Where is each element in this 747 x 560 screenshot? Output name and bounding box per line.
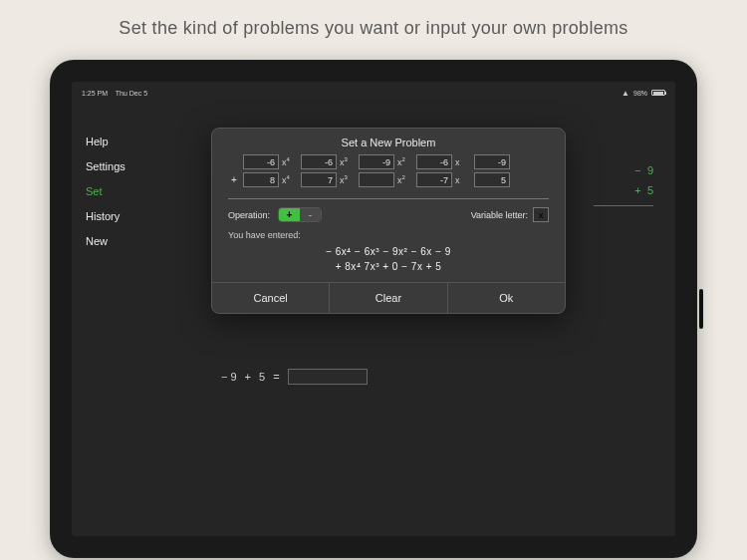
operation-toggle[interactable]: + - [278, 207, 322, 222]
nav-settings[interactable]: Settings [86, 160, 125, 172]
toggle-plus[interactable]: + [279, 208, 300, 221]
coeff-row-1: x4 x3 x2 x [228, 154, 549, 169]
marketing-caption: Set the kind of problems you want or inp… [0, 0, 747, 53]
nav-set[interactable]: Set [86, 185, 125, 197]
dialog-buttons: Cancel Clear Ok [212, 282, 565, 313]
bg-val1: 9 [647, 164, 653, 176]
coef-r1-const[interactable] [474, 154, 510, 169]
dialog-title: Set a New Problem [212, 129, 565, 154]
lbl-x3: x3 [340, 156, 352, 167]
bg-bottom-eq: = [273, 371, 279, 383]
status-right: ▲ 98% [622, 89, 665, 98]
coef-r1-x1[interactable] [416, 154, 452, 169]
coef-r2-const[interactable] [474, 172, 510, 187]
nav-history[interactable]: History [86, 210, 125, 222]
nav-new[interactable]: New [86, 235, 125, 247]
operation-label: Operation: [228, 210, 270, 220]
set-problem-dialog: Set a New Problem x4 x3 x2 x + x4 x3 x2 … [211, 128, 566, 314]
status-time-date: 1:25 PM Thu Dec 5 [82, 90, 147, 97]
nav-help[interactable]: Help [86, 136, 125, 147]
bg-rule [594, 205, 653, 206]
status-bar: 1:25 PM Thu Dec 5 ▲ 98% [72, 86, 675, 100]
cancel-button[interactable]: Cancel [212, 283, 329, 313]
battery-icon [651, 90, 665, 96]
background-problem-right: − 9 + 5 [594, 161, 653, 206]
row2-lead: + [228, 174, 240, 185]
operation-row: Operation: + - Variable letter: [212, 207, 565, 230]
screen: 1:25 PM Thu Dec 5 ▲ 98% Help Settings Se… [72, 82, 675, 536]
variable-letter-label: Variable letter: [471, 210, 528, 220]
ok-button[interactable]: Ok [447, 283, 565, 313]
lbl-x4: x4 [282, 156, 294, 167]
lbl2-x1: x [455, 175, 467, 185]
bg-val2: 5 [647, 184, 653, 196]
lbl2-x2: x2 [397, 174, 409, 185]
sidebar-nav: Help Settings Set History New [86, 136, 125, 247]
status-date: Thu Dec 5 [116, 90, 147, 97]
entered-poly-1: − 6x⁴ − 6x³ − 9x² − 6x − 9 [228, 244, 549, 259]
clear-button[interactable]: Clear [329, 283, 446, 313]
dialog-divider-1 [228, 198, 549, 199]
toggle-minus[interactable]: - [300, 208, 321, 221]
variable-letter-input[interactable] [533, 207, 549, 222]
coef-r2-x2[interactable] [359, 172, 394, 187]
entered-poly-2: + 8x⁴ 7x³ + 0 − 7x + 5 [228, 259, 549, 274]
wifi-icon: ▲ [622, 89, 629, 98]
tablet-frame: 1:25 PM Thu Dec 5 ▲ 98% Help Settings Se… [50, 60, 697, 558]
coef-r2-x1[interactable] [416, 172, 452, 187]
coef-r2-x3[interactable] [301, 172, 337, 187]
bg-sign2: + [634, 184, 640, 196]
bg-sign1: − [634, 164, 640, 176]
coefficient-grid: x4 x3 x2 x + x4 x3 x2 x [212, 154, 565, 196]
bg-bottom-left: − 9 [221, 371, 237, 383]
coeff-row-2: + x4 x3 x2 x [228, 172, 549, 187]
lbl-x2: x2 [397, 156, 409, 167]
battery-pct: 98% [633, 90, 647, 97]
background-equation-bottom: − 9 + 5 = [221, 369, 368, 385]
lbl2-x3: x3 [340, 174, 352, 185]
entered-label: You have entered: [228, 230, 549, 240]
entered-section: You have entered: − 6x⁴ − 6x³ − 9x² − 6x… [212, 230, 565, 282]
lbl-x1: x [455, 157, 467, 167]
status-time: 1:25 PM [82, 90, 108, 97]
answer-input[interactable] [288, 369, 368, 385]
coef-r1-x4[interactable] [243, 154, 279, 169]
lbl2-x4: x4 [282, 174, 294, 185]
bg-bottom-right: 5 [259, 371, 265, 383]
bg-bottom-plus: + [245, 371, 251, 383]
coef-r2-x4[interactable] [243, 172, 279, 187]
side-button [699, 289, 703, 329]
coef-r1-x3[interactable] [301, 154, 337, 169]
coef-r1-x2[interactable] [359, 154, 394, 169]
